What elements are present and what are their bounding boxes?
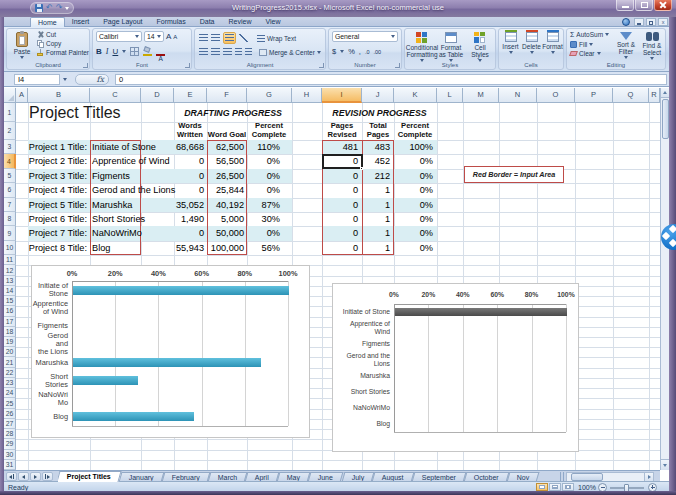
name-box[interactable]: I4	[14, 74, 60, 85]
grow-font-button[interactable]: A	[166, 32, 171, 41]
font-color-icon[interactable]: A	[156, 47, 165, 56]
align-center-icon[interactable]	[211, 48, 220, 56]
normal-view-button[interactable]	[536, 483, 548, 491]
cell-draft-percent[interactable]: 56%	[240, 241, 280, 255]
delete-cells-button[interactable]: Delete	[521, 30, 542, 54]
borders-icon[interactable]	[130, 47, 139, 56]
ribbon-tab-insert[interactable]: Insert	[65, 17, 97, 27]
column-header-Q[interactable]: Q	[613, 88, 649, 103]
cell-draft-percent[interactable]: 0%	[240, 154, 280, 168]
vertical-scroll-thumb[interactable]	[662, 99, 669, 139]
help-icon[interactable]	[622, 18, 630, 26]
sort-filter-button[interactable]: Sort & Filter	[613, 30, 639, 59]
decrease-indent-icon[interactable]	[235, 48, 242, 56]
row-header-7[interactable]: 7	[4, 198, 16, 212]
align-bottom-icon[interactable]	[223, 32, 236, 44]
cell-draft-percent[interactable]: 87%	[240, 198, 280, 212]
close-button[interactable]	[654, 0, 672, 11]
sheet-tab-project-titles[interactable]: Project Titles	[58, 471, 121, 482]
column-header-J[interactable]: J	[362, 88, 394, 103]
fill-color-icon[interactable]	[143, 47, 152, 56]
first-sheet-icon[interactable]	[6, 472, 17, 481]
row-header-28[interactable]: 28	[4, 429, 16, 439]
underline-dropdown-icon[interactable]	[122, 50, 126, 53]
cell-pages-revised[interactable]: 0	[324, 169, 358, 183]
row-header-16[interactable]: 16	[4, 306, 16, 316]
project-label[interactable]: Project 7 Title:	[28, 226, 87, 240]
ribbon-tab-view[interactable]: View	[258, 17, 287, 27]
project-label[interactable]: Project 4 Title:	[28, 183, 87, 197]
column-header-I[interactable]: I	[322, 88, 362, 103]
column-header-H[interactable]: H	[292, 88, 322, 103]
cell-revision-percent[interactable]: 0%	[398, 183, 433, 197]
cell-revision-percent[interactable]: 0%	[398, 212, 433, 226]
currency-button[interactable]: $	[332, 47, 336, 56]
row-header-17[interactable]: 17	[4, 317, 16, 327]
column-header-L[interactable]: L	[437, 88, 463, 103]
column-header-C[interactable]: C	[90, 88, 141, 103]
progress-chart-1[interactable]: 0%20%40%60%80%100%Initiate of StoneAppre…	[31, 265, 310, 438]
column-header-D[interactable]: D	[141, 88, 174, 103]
cell-total-pages[interactable]: 1	[356, 241, 390, 255]
row-header-3[interactable]: 3	[4, 140, 16, 154]
selected-cell[interactable]	[322, 154, 363, 169]
format-as-table-button[interactable]: Format as Table	[437, 30, 465, 62]
number-dialog-launcher-icon[interactable]	[395, 63, 400, 68]
cut-button[interactable]: Cut	[37, 31, 89, 38]
select-all-corner[interactable]	[4, 88, 16, 103]
merge-center-button[interactable]: Merge & Center	[259, 49, 321, 56]
row-header-12[interactable]: 12	[4, 265, 16, 275]
cell-total-pages[interactable]: 1	[356, 183, 390, 197]
row-header-9[interactable]: 9	[4, 226, 16, 240]
name-box-dropdown-icon[interactable]	[63, 78, 67, 81]
format-painter-button[interactable]: Format Painter	[37, 49, 89, 56]
horizontal-scrollbar[interactable]	[566, 472, 654, 482]
find-select-button[interactable]: Find & Select	[639, 30, 665, 60]
maximize-button[interactable]	[635, 0, 653, 11]
ribbon-tab-review[interactable]: Review	[222, 17, 259, 27]
clear-button[interactable]: Clear	[570, 50, 609, 57]
fill-button[interactable]: Fill	[570, 41, 609, 48]
project-label[interactable]: Project 6 Title:	[28, 212, 87, 226]
currency-dropdown-icon[interactable]	[340, 50, 344, 53]
cell-draft-percent[interactable]: 110%	[240, 140, 280, 154]
cell-word-goal[interactable]: 40,192	[196, 198, 244, 212]
row-header-23[interactable]: 23	[4, 378, 16, 388]
workbook-close-button[interactable]: x	[658, 18, 668, 26]
column-header-K[interactable]: K	[394, 88, 437, 103]
selection-fill-handle[interactable]	[360, 167, 363, 170]
column-header-A[interactable]: A	[16, 88, 28, 103]
font-name-select[interactable]: Calibri	[96, 31, 142, 42]
clipboard-dialog-launcher-icon[interactable]	[83, 63, 88, 68]
bar-blog[interactable]	[73, 412, 194, 421]
cell-total-pages[interactable]: 1	[356, 226, 390, 240]
cell-word-goal[interactable]: 62,500	[196, 140, 244, 154]
autosum-button[interactable]: ΣAutoSum	[570, 31, 609, 38]
column-header-R[interactable]: R	[649, 88, 660, 103]
font-size-select[interactable]: 14	[144, 31, 164, 42]
bar-marushka[interactable]	[73, 358, 261, 367]
cell-revision-percent[interactable]: 0%	[398, 169, 433, 183]
cell-styles-button[interactable]: Cell Styles	[466, 30, 494, 62]
cell-draft-percent[interactable]: 0%	[240, 226, 280, 240]
cell-total-pages[interactable]: 1	[356, 212, 390, 226]
align-right-icon[interactable]	[223, 48, 232, 56]
ribbon-tab-formulas[interactable]: Formulas	[150, 17, 193, 27]
orientation-icon[interactable]	[239, 34, 248, 42]
row-header-10[interactable]: 10	[4, 241, 16, 255]
column-header-N[interactable]: N	[499, 88, 537, 103]
cell-draft-percent[interactable]: 0%	[240, 169, 280, 183]
page-layout-view-button[interactable]	[549, 483, 561, 491]
percent-style-button[interactable]: %	[348, 47, 355, 56]
bar-short-stories[interactable]	[73, 376, 138, 385]
row-header-4[interactable]: 4	[4, 154, 16, 168]
format-cells-button[interactable]: Format	[542, 30, 563, 54]
workbook-minimize-button[interactable]	[634, 18, 644, 26]
scroll-down-icon[interactable]	[661, 459, 669, 470]
row-header-27[interactable]: 27	[4, 419, 16, 429]
scroll-up-icon[interactable]	[661, 88, 669, 98]
cell-total-pages[interactable]: 1	[356, 198, 390, 212]
cell-pages-revised[interactable]: 0	[324, 241, 358, 255]
row-header-8[interactable]: 8	[4, 212, 16, 226]
column-header-E[interactable]: E	[174, 88, 207, 103]
